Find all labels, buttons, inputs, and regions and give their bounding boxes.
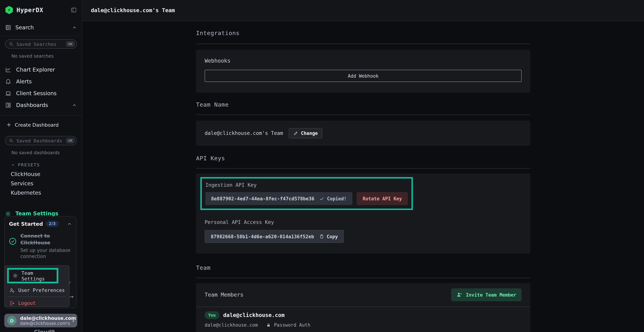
user-menu-popup: Team Settings User Preferences Logout xyxy=(4,266,70,307)
app-window: ⚡ HyperDX Search Saved Searches xyxy=(0,0,644,332)
gear-icon xyxy=(12,273,18,278)
menu-divider xyxy=(8,296,66,297)
member-email: dale@clickhouse.com xyxy=(205,322,258,328)
plus-icon: + xyxy=(6,121,11,128)
saved-searches-placeholder: Saved Searches xyxy=(16,41,63,47)
clipboard-icon xyxy=(319,234,324,239)
step-subtitle: Set up your database connection xyxy=(20,247,72,260)
copy-button[interactable]: Copy xyxy=(319,234,338,239)
main-content: Integrations Webhooks Add Webhook Team N… xyxy=(196,21,530,332)
sidebar-item-label: Client Sessions xyxy=(16,90,77,96)
saved-dashboards-input[interactable]: Saved Dashboards ⌘K xyxy=(5,136,77,145)
page-title: dale@clickhouse.com's Team xyxy=(91,7,175,14)
logout-icon xyxy=(9,300,15,306)
menu-item-user-preferences[interactable]: User Preferences xyxy=(9,286,65,295)
section-divider xyxy=(196,44,530,44)
shortcut-badge: ⌘K xyxy=(66,41,75,47)
chevron-up-icon[interactable] xyxy=(72,102,77,108)
api-keys-card: Ingestion API Key 8e887902-4ed7-44ea-8fe… xyxy=(196,174,530,254)
check-icon xyxy=(320,196,324,201)
menu-item-label: Logout xyxy=(18,300,36,306)
personal-key-chip[interactable]: 87982668-58b1-4d6e-a620-014a136f52eb Cop… xyxy=(205,230,344,243)
team-name-value: dale@clickhouse.com's Team xyxy=(205,130,283,136)
create-dashboard-label: Create Dashboard xyxy=(15,122,59,128)
collapse-sidebar-icon[interactable] xyxy=(70,7,77,13)
laptop-icon xyxy=(5,90,12,96)
change-button-label: Change xyxy=(301,130,318,136)
logo-row: ⚡ HyperDX xyxy=(0,0,82,14)
api-keys-heading: API Keys xyxy=(196,155,530,162)
step-title: Connect to xyxy=(20,233,50,238)
personal-key-label: Personal API Access Key xyxy=(205,219,522,225)
menu-item-team-settings[interactable]: Team Settings xyxy=(8,270,57,282)
search-section-header[interactable]: Search xyxy=(0,23,82,32)
chevron-up-icon[interactable] xyxy=(72,25,77,30)
ingestion-key-value: 8e887902-4ed7-44ea-8fec-f47cd578be36 xyxy=(211,196,314,201)
sidebar-item-team-settings[interactable]: Team Settings xyxy=(5,210,82,217)
preset-item-clickhouse[interactable]: ClickHouse xyxy=(11,171,82,177)
invite-team-member-button[interactable]: Invite Team Member xyxy=(451,288,522,301)
member-auth-method: Password Auth xyxy=(274,322,310,328)
gear-icon xyxy=(5,210,11,216)
personal-key-value: 87982668-58b1-4d6e-a620-014a136f52eb xyxy=(211,234,314,239)
pencil-icon xyxy=(294,131,298,136)
user-profile-button[interactable]: D dale@clickhouse.com dale@clickhouse.co… xyxy=(4,314,77,327)
invite-button-label: Invite Team Member xyxy=(466,292,516,298)
progress-badge: 2/3 xyxy=(46,221,58,227)
member-name: dale@clickhouse.com xyxy=(223,312,284,318)
ingestion-key-label: Ingestion API Key xyxy=(205,182,408,188)
get-started-title: Get Started xyxy=(9,221,43,227)
copy-label: Copy xyxy=(327,234,338,239)
integrations-heading: Integrations xyxy=(196,30,530,36)
chevron-up-icon[interactable] xyxy=(67,221,72,226)
saved-searches-input[interactable]: Saved Searches ⌘K xyxy=(5,39,77,49)
chart-explorer-icon xyxy=(5,66,12,73)
step-title: ClickHouse xyxy=(20,240,50,246)
team-member-row: You dale@clickhouse.com dale@clickhouse.… xyxy=(196,307,530,332)
add-webhook-button[interactable]: Add Webhook xyxy=(205,70,522,82)
presets-label: PRESETS xyxy=(18,162,40,168)
sidebar: ⚡ HyperDX Search Saved Searches xyxy=(0,0,82,332)
change-team-name-button[interactable]: Change xyxy=(289,128,322,138)
dashboards-icon xyxy=(5,102,12,108)
no-saved-dashboards-text: No saved dashboards xyxy=(12,150,82,155)
clipped-text: Cloud9 xyxy=(34,329,55,332)
ingestion-key-chip[interactable]: 8e887902-4ed7-44ea-8fec-f47cd578be36 Cop… xyxy=(205,192,352,205)
preset-item-kubernetes[interactable]: Kubernetes xyxy=(11,190,82,195)
webhooks-title: Webhooks xyxy=(205,58,522,64)
menu-item-label: User Preferences xyxy=(18,287,65,293)
presets-toggle[interactable]: PRESETS xyxy=(11,162,82,168)
user-team-name: dale@clickhouse.com's xyxy=(20,321,68,326)
search-section-icon xyxy=(5,24,12,31)
copied-label: Copied! xyxy=(327,196,347,201)
brand-name: HyperDX xyxy=(16,6,43,14)
preset-item-services[interactable]: Services xyxy=(11,180,82,186)
team-heading: Team xyxy=(196,264,530,271)
team-name-heading: Team Name xyxy=(196,101,530,108)
onboarding-step-connect[interactable]: Connect to ClickHouse Set up your databa… xyxy=(9,232,72,260)
team-members-card: Team Members Invite Team Member You dale… xyxy=(196,283,530,332)
arrow-right-icon: → xyxy=(70,294,74,300)
saved-dashboards-placeholder: Saved Dashboards xyxy=(16,138,63,143)
sidebar-item-chart-explorer[interactable]: Chart Explorer xyxy=(0,64,82,76)
search-icon xyxy=(9,138,14,143)
menu-item-label: Team Settings xyxy=(22,270,53,282)
sidebar-item-client-sessions[interactable]: Client Sessions xyxy=(0,87,82,99)
hyperdx-logo-icon: ⚡ xyxy=(5,6,13,14)
team-name-card: dale@clickhouse.com's Team Change xyxy=(196,120,530,146)
webhooks-card: Webhooks Add Webhook xyxy=(196,50,530,93)
sidebar-item-alerts[interactable]: Alerts xyxy=(0,76,82,87)
sidebar-item-dashboards[interactable]: Dashboards xyxy=(0,99,82,111)
menu-item-logout[interactable]: Logout xyxy=(9,299,36,307)
rotate-api-key-button[interactable]: Rotate API Key xyxy=(357,192,408,205)
section-divider xyxy=(196,168,530,168)
no-saved-searches-text: No saved searches xyxy=(12,53,82,59)
section-divider xyxy=(196,278,530,278)
team-settings-label: Team Settings xyxy=(16,210,58,217)
sidebar-item-label: Chart Explorer xyxy=(16,66,77,73)
search-section-label: Search xyxy=(16,24,68,31)
check-circle-icon xyxy=(9,232,17,260)
team-members-title: Team Members xyxy=(205,292,244,298)
create-dashboard-button[interactable]: + Create Dashboard xyxy=(6,121,82,128)
ingestion-key-annotation-box: Ingestion API Key 8e887902-4ed7-44ea-8fe… xyxy=(205,182,408,205)
